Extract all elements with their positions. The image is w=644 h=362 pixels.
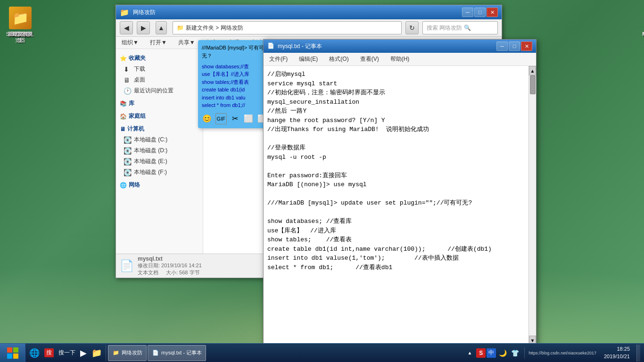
sidebar-drive-c[interactable]: 💽 本地磁盘 (C:) — [116, 134, 203, 145]
share-menu[interactable]: 共享▼ — [176, 38, 197, 48]
status-size: 大小: 568 字节 — [166, 269, 200, 276]
emoji-btn[interactable]: 😊 — [202, 113, 213, 124]
chat-cmd-3[interactable]: create table db1(id — [202, 86, 267, 94]
shirt-tray[interactable]: 👕 — [509, 347, 520, 359]
desktop-icon-vmware[interactable]: V VMware Workstati... — [640, 5, 644, 45]
taskbar-clock[interactable]: 18:25 2019/10/21 — [600, 346, 634, 360]
sougou-tray[interactable]: S — [476, 348, 486, 358]
moon-tray[interactable]: 🌙 — [497, 347, 508, 359]
chat-actions: 😊 GIF ✂ ⬜ ⬜ — [202, 113, 267, 124]
favorites-header[interactable]: ⭐ 收藏夹 — [116, 53, 203, 64]
notepad-titlebar: 📄 mysql.txt - 记事本 ─ □ ✕ — [264, 40, 536, 53]
forward-button[interactable]: ▶ — [137, 21, 150, 34]
computer-section-header[interactable]: 🖥 计算机 — [116, 123, 203, 134]
taskbar-baidu-btn[interactable]: 搜一下 — [57, 345, 77, 361]
refresh-button[interactable]: ↻ — [405, 21, 419, 34]
taskbar-folder-btn[interactable]: 📁 — [90, 345, 104, 361]
organize-menu[interactable]: 组织▼ — [120, 38, 140, 48]
chat-cmd-0[interactable]: show databases;//查 — [202, 63, 267, 71]
notepad-help-menu[interactable]: 帮助(H) — [385, 54, 415, 65]
notepad-controls: ─ □ ✕ — [496, 41, 532, 51]
computer-small-icon: 🖥 — [120, 126, 125, 132]
notepad-minimize-btn[interactable]: ─ — [496, 41, 508, 51]
notepad-body: //启动mysql service mysql start //初始化密码，注意… — [264, 66, 536, 345]
show-desktop-btn[interactable] — [636, 345, 640, 362]
windows-logo — [7, 347, 18, 359]
explorer-maximize-btn[interactable]: □ — [474, 8, 486, 17]
network-header[interactable]: 🌐 网络 — [116, 180, 203, 190]
sidebar-desktop[interactable]: 🖥 桌面 — [116, 74, 203, 85]
notepad-edit-menu[interactable]: 编辑(E) — [293, 54, 323, 65]
logo-q4 — [13, 354, 18, 359]
explorer-title: 网络攻防 — [133, 8, 458, 16]
drive-d-icon: 💽 — [124, 147, 131, 155]
explorer-controls: ─ □ ✕ — [462, 8, 498, 17]
taskbar-explorer-label: 网络攻防 — [122, 349, 142, 356]
library-header[interactable]: 📚 库 — [116, 98, 203, 109]
sidebar-drive-d[interactable]: 💽 本地磁盘 (D:) — [116, 145, 203, 156]
logo-q3 — [7, 354, 12, 359]
favorites-section: ⭐ 收藏夹 ⬇ 下载 🖥 桌面 🕐 最近访问的位置 — [116, 53, 203, 96]
logo-q1 — [7, 347, 12, 353]
status-modified: 修改日期: 2019/10/16 14:21 — [138, 262, 202, 269]
sidebar-downloads[interactable]: ⬇ 下载 — [116, 64, 203, 74]
notepad-text-area[interactable]: //启动mysql service mysql start //初始化密码，注意… — [264, 66, 528, 345]
status-filename: mysql.txt — [138, 255, 202, 262]
network-section: 🌐 网络 — [116, 180, 203, 190]
taskbar-play-btn[interactable]: ▶ — [78, 345, 89, 361]
chat-cmd-2[interactable]: show tables;//查看表 — [202, 78, 267, 86]
download-icon: ⬇ — [124, 66, 131, 73]
homegroup-header[interactable]: 🏠 家庭组 — [116, 111, 203, 122]
taskbar-notepad-item[interactable]: 📄 mysql.txt - 记事本 — [148, 345, 206, 361]
notepad-title: mysql.txt - 记事本 — [278, 42, 494, 50]
gif-btn[interactable]: GIF — [215, 113, 227, 124]
url-display: https://blog.csdn.net/xiaoxueke2017 — [527, 351, 598, 355]
desktop-icon-newfolder[interactable]: 📁 新建文件夹 — [4, 5, 37, 39]
newfolder-icon: 📁 — [9, 7, 32, 29]
notepad-view-menu[interactable]: 查看(V) — [355, 54, 385, 65]
tray-icons: ▲ S 中 🌙 👕 — [464, 347, 525, 359]
notepad-file-menu[interactable]: 文件(F) — [264, 54, 293, 65]
sidebar-recent[interactable]: 🕐 最近访问的位置 — [116, 85, 203, 96]
explorer-titlebar: 📁 网络攻防 ─ □ ✕ — [116, 5, 502, 19]
chat-cmd-5[interactable]: select * from db1;// — [202, 101, 267, 109]
drive-c-icon: 💽 — [124, 136, 131, 144]
library-icon: 📚 — [120, 100, 127, 107]
up-button[interactable]: ▲ — [156, 21, 167, 34]
sidebar-drive-e[interactable]: 💽 本地磁盘 (E:) — [116, 156, 203, 167]
notepad-scrollbar[interactable]: ▲ ▼ — [528, 66, 536, 345]
explorer-minimize-btn[interactable]: ─ — [462, 8, 473, 17]
open-menu[interactable]: 打开▼ — [148, 38, 169, 48]
back-button[interactable]: ◀ — [120, 21, 133, 34]
scroll-thumb[interactable] — [530, 75, 536, 94]
sidebar-drive-f[interactable]: 💽 本地磁盘 (F:) — [116, 167, 203, 178]
notepad-icon: 📄 — [267, 42, 275, 50]
chat-cmd-4[interactable]: insert into db1 valu — [202, 94, 267, 102]
start-button[interactable] — [0, 344, 25, 362]
ime-zh-tray[interactable]: 中 — [487, 348, 496, 358]
explorer-close-btn[interactable]: ✕ — [487, 8, 498, 17]
explorer-toolbar: ◀ ▶ ▲ 📁 新建文件夹 > 网络攻防 ↻ 搜索 网络攻防 🔍 — [116, 19, 502, 37]
taskbar-tray: ▲ S 中 🌙 👕 https://blog.csdn.net/xiaoxuek… — [460, 344, 644, 362]
search-bar[interactable]: 搜索 网络攻防 🔍 — [422, 21, 498, 34]
notepad-menu: 文件(F) 编辑(E) 格式(O) 查看(V) 帮助(H) — [264, 53, 536, 66]
drive-f-icon: 💽 — [124, 169, 131, 176]
network-icon: 🌐 — [120, 182, 127, 189]
taskbar-sougou-btn[interactable]: 搜 — [42, 345, 56, 361]
notepad-maximize-btn[interactable]: □ — [509, 41, 520, 51]
taskbar-ie-btn[interactable]: 🌐 — [27, 345, 41, 361]
notepad-format-menu[interactable]: 格式(O) — [323, 54, 354, 65]
copy-icon: ⬜ — [243, 113, 254, 124]
vmware-label: VMware Workstati... — [642, 31, 644, 43]
cut-icon: ✂ — [230, 113, 240, 124]
scroll-up-btn[interactable]: ▲ — [529, 66, 536, 75]
taskbar-notepad-label: mysql.txt - 记事本 — [161, 349, 202, 356]
drive-e-icon: 💽 — [124, 158, 131, 165]
notepad-close-btn[interactable]: ✕ — [521, 41, 532, 51]
quick-launch: 🌐 搜 搜一下 ▶ 📁 — [25, 345, 106, 361]
tray-arrow[interactable]: ▲ — [464, 347, 475, 359]
address-bar[interactable]: 📁 新建文件夹 > 网络攻防 — [173, 21, 402, 34]
chat-cmd-1[interactable]: use【库名】//进入库 — [202, 70, 267, 78]
taskbar-explorer-item[interactable]: 📁 网络攻防 — [108, 345, 147, 361]
chat-panel: ///MariaDB [mysql]> 可有可无？ show databases… — [198, 40, 271, 128]
